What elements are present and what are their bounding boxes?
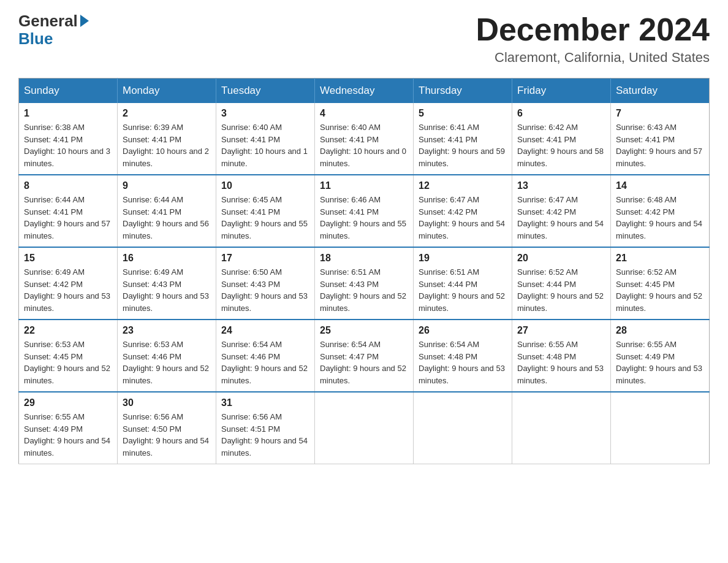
day-info: Sunrise: 6:46 AMSunset: 4:41 PMDaylight:… (320, 195, 406, 240)
calendar-cell: 3 Sunrise: 6:40 AMSunset: 4:41 PMDayligh… (216, 103, 315, 175)
day-number: 24 (221, 325, 309, 336)
weekday-header-row: SundayMondayTuesdayWednesdayThursdayFrid… (19, 79, 710, 104)
weekday-header-monday: Monday (118, 79, 216, 104)
calendar-cell: 26 Sunrise: 6:54 AMSunset: 4:48 PMDaylig… (414, 320, 512, 392)
weekday-header-tuesday: Tuesday (216, 79, 315, 104)
day-info: Sunrise: 6:52 AMSunset: 4:45 PMDaylight:… (616, 267, 702, 313)
day-info: Sunrise: 6:56 AMSunset: 4:50 PMDaylight:… (123, 412, 209, 458)
day-info: Sunrise: 6:54 AMSunset: 4:47 PMDaylight:… (320, 340, 406, 385)
day-number: 14 (616, 180, 704, 191)
calendar-cell: 30 Sunrise: 6:56 AMSunset: 4:50 PMDaylig… (118, 392, 216, 464)
calendar-cell (414, 392, 512, 464)
month-title: December 2024 (476, 12, 710, 47)
calendar-cell: 28 Sunrise: 6:55 AMSunset: 4:49 PMDaylig… (611, 320, 710, 392)
weekday-header-friday: Friday (512, 79, 611, 104)
calendar-cell: 29 Sunrise: 6:55 AMSunset: 4:49 PMDaylig… (19, 392, 118, 464)
day-info: Sunrise: 6:40 AMSunset: 4:41 PMDaylight:… (221, 123, 308, 168)
day-number: 27 (517, 325, 605, 336)
calendar-cell: 23 Sunrise: 6:53 AMSunset: 4:46 PMDaylig… (118, 320, 216, 392)
day-number: 15 (24, 253, 112, 264)
day-number: 22 (24, 325, 112, 336)
day-number: 26 (419, 325, 507, 336)
location-title: Claremont, California, United States (476, 50, 710, 66)
calendar-table: SundayMondayTuesdayWednesdayThursdayFrid… (18, 78, 710, 464)
calendar-cell: 9 Sunrise: 6:44 AMSunset: 4:41 PMDayligh… (118, 175, 216, 247)
day-number: 20 (517, 253, 605, 264)
day-info: Sunrise: 6:43 AMSunset: 4:41 PMDaylight:… (616, 123, 702, 168)
day-number: 9 (123, 180, 211, 191)
day-number: 18 (320, 253, 408, 264)
day-info: Sunrise: 6:40 AMSunset: 4:41 PMDaylight:… (320, 123, 406, 168)
day-number: 28 (616, 325, 704, 336)
day-info: Sunrise: 6:56 AMSunset: 4:51 PMDaylight:… (221, 412, 308, 458)
week-row-5: 29 Sunrise: 6:55 AMSunset: 4:49 PMDaylig… (19, 392, 710, 464)
day-info: Sunrise: 6:48 AMSunset: 4:42 PMDaylight:… (616, 195, 702, 240)
calendar-cell: 12 Sunrise: 6:47 AMSunset: 4:42 PMDaylig… (414, 175, 512, 247)
day-number: 2 (123, 108, 211, 119)
weekday-header-sunday: Sunday (19, 79, 118, 104)
calendar-cell: 10 Sunrise: 6:45 AMSunset: 4:41 PMDaylig… (216, 175, 315, 247)
calendar-cell: 7 Sunrise: 6:43 AMSunset: 4:41 PMDayligh… (611, 103, 710, 175)
day-info: Sunrise: 6:47 AMSunset: 4:42 PMDaylight:… (517, 195, 604, 240)
day-number: 4 (320, 108, 408, 119)
calendar-cell: 16 Sunrise: 6:49 AMSunset: 4:43 PMDaylig… (118, 247, 216, 320)
day-number: 25 (320, 325, 408, 336)
day-number: 19 (419, 253, 507, 264)
day-number: 11 (320, 180, 408, 191)
calendar-cell (611, 392, 710, 464)
day-number: 13 (517, 180, 605, 191)
day-number: 12 (419, 180, 507, 191)
logo-blue-text: Blue (18, 30, 53, 48)
day-info: Sunrise: 6:55 AMSunset: 4:49 PMDaylight:… (616, 340, 702, 385)
day-info: Sunrise: 6:47 AMSunset: 4:42 PMDaylight:… (419, 195, 505, 240)
day-info: Sunrise: 6:39 AMSunset: 4:41 PMDaylight:… (123, 123, 209, 168)
day-number: 17 (221, 253, 309, 264)
day-number: 3 (221, 108, 309, 119)
weekday-header-saturday: Saturday (611, 79, 710, 104)
calendar-cell: 18 Sunrise: 6:51 AMSunset: 4:43 PMDaylig… (315, 247, 414, 320)
day-number: 7 (616, 108, 704, 119)
day-info: Sunrise: 6:49 AMSunset: 4:42 PMDaylight:… (24, 267, 110, 313)
calendar-cell: 22 Sunrise: 6:53 AMSunset: 4:45 PMDaylig… (19, 320, 118, 392)
title-block: December 2024 Claremont, California, Uni… (476, 12, 710, 66)
day-info: Sunrise: 6:41 AMSunset: 4:41 PMDaylight:… (419, 123, 505, 168)
day-info: Sunrise: 6:51 AMSunset: 4:43 PMDaylight:… (320, 267, 406, 313)
week-row-2: 8 Sunrise: 6:44 AMSunset: 4:41 PMDayligh… (19, 175, 710, 247)
day-info: Sunrise: 6:38 AMSunset: 4:41 PMDaylight:… (24, 123, 110, 168)
calendar-cell: 11 Sunrise: 6:46 AMSunset: 4:41 PMDaylig… (315, 175, 414, 247)
day-info: Sunrise: 6:54 AMSunset: 4:46 PMDaylight:… (221, 340, 308, 385)
calendar-cell: 5 Sunrise: 6:41 AMSunset: 4:41 PMDayligh… (414, 103, 512, 175)
page-header: General Blue December 2024 Claremont, Ca… (18, 12, 710, 66)
calendar-cell: 20 Sunrise: 6:52 AMSunset: 4:44 PMDaylig… (512, 247, 611, 320)
day-number: 5 (419, 108, 507, 119)
calendar-cell: 6 Sunrise: 6:42 AMSunset: 4:41 PMDayligh… (512, 103, 611, 175)
calendar-cell (512, 392, 611, 464)
week-row-4: 22 Sunrise: 6:53 AMSunset: 4:45 PMDaylig… (19, 320, 710, 392)
day-info: Sunrise: 6:49 AMSunset: 4:43 PMDaylight:… (123, 267, 209, 313)
calendar-cell: 2 Sunrise: 6:39 AMSunset: 4:41 PMDayligh… (118, 103, 216, 175)
calendar-cell: 15 Sunrise: 6:49 AMSunset: 4:42 PMDaylig… (19, 247, 118, 320)
day-number: 16 (123, 253, 211, 264)
calendar-cell: 8 Sunrise: 6:44 AMSunset: 4:41 PMDayligh… (19, 175, 118, 247)
logo-general-text: General (18, 12, 78, 30)
day-number: 8 (24, 180, 112, 191)
week-row-3: 15 Sunrise: 6:49 AMSunset: 4:42 PMDaylig… (19, 247, 710, 320)
day-info: Sunrise: 6:42 AMSunset: 4:41 PMDaylight:… (517, 123, 604, 168)
day-info: Sunrise: 6:51 AMSunset: 4:44 PMDaylight:… (419, 267, 505, 313)
day-number: 31 (221, 397, 309, 408)
logo-triangle-icon (80, 15, 89, 27)
day-number: 29 (24, 397, 112, 408)
calendar-cell: 17 Sunrise: 6:50 AMSunset: 4:43 PMDaylig… (216, 247, 315, 320)
day-info: Sunrise: 6:52 AMSunset: 4:44 PMDaylight:… (517, 267, 604, 313)
day-number: 23 (123, 325, 211, 336)
calendar-cell: 4 Sunrise: 6:40 AMSunset: 4:41 PMDayligh… (315, 103, 414, 175)
day-number: 10 (221, 180, 309, 191)
weekday-header-wednesday: Wednesday (315, 79, 414, 104)
calendar-cell: 13 Sunrise: 6:47 AMSunset: 4:42 PMDaylig… (512, 175, 611, 247)
calendar-cell: 19 Sunrise: 6:51 AMSunset: 4:44 PMDaylig… (414, 247, 512, 320)
day-number: 21 (616, 253, 704, 264)
calendar-cell: 31 Sunrise: 6:56 AMSunset: 4:51 PMDaylig… (216, 392, 315, 464)
calendar-cell: 25 Sunrise: 6:54 AMSunset: 4:47 PMDaylig… (315, 320, 414, 392)
day-info: Sunrise: 6:53 AMSunset: 4:45 PMDaylight:… (24, 340, 110, 385)
day-info: Sunrise: 6:45 AMSunset: 4:41 PMDaylight:… (221, 195, 308, 240)
